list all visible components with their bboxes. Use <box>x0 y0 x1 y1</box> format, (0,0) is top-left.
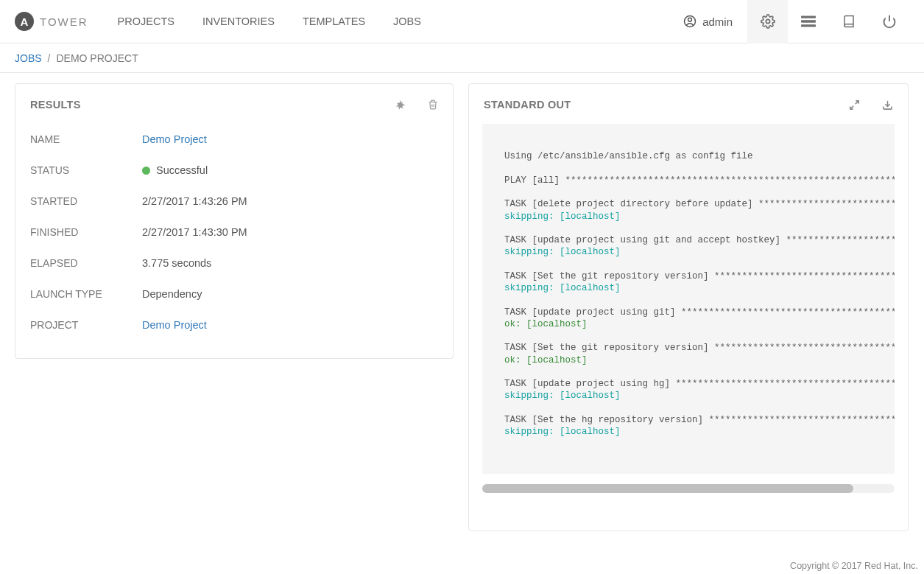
brand-logo: A <box>15 12 34 31</box>
value-started: 2/27/2017 1:43:26 PM <box>142 195 247 207</box>
relaunch-icon[interactable] <box>394 99 406 111</box>
label-finished: FINISHED <box>30 226 142 238</box>
results-table: NAME Demo Project STATUS Successful STAR… <box>15 121 453 358</box>
value-name[interactable]: Demo Project <box>142 133 207 145</box>
label-started: STARTED <box>30 195 142 207</box>
value-elapsed: 3.775 seconds <box>142 257 211 269</box>
row-elapsed: ELAPSED 3.775 seconds <box>30 248 438 279</box>
user-menu[interactable]: admin <box>683 15 733 28</box>
row-name: NAME Demo Project <box>30 124 438 155</box>
svg-point-2 <box>766 19 769 23</box>
nav-templates[interactable]: TEMPLATES <box>303 15 365 27</box>
logout-icon[interactable] <box>869 0 909 43</box>
nav-jobs[interactable]: JOBS <box>393 15 421 27</box>
scroll-thumb[interactable] <box>482 484 853 493</box>
stdout-title: STANDARD OUT <box>484 99 571 111</box>
main-header: A TOWER PROJECTS INVENTORIES TEMPLATES J… <box>0 0 924 43</box>
username: admin <box>702 15 733 28</box>
value-project[interactable]: Demo Project <box>142 319 207 331</box>
svg-rect-5 <box>801 24 816 27</box>
nav-projects[interactable]: PROJECTS <box>118 15 174 27</box>
results-panel: RESULTS NAME Demo Project STATUS Success… <box>15 83 454 359</box>
status-dot-icon <box>142 167 150 175</box>
row-launch-type: LAUNCH TYPE Dependency <box>30 279 438 309</box>
header-right: admin <box>683 0 909 43</box>
value-launch-type: Dependency <box>142 288 202 300</box>
row-started: STARTED 2/27/2017 1:43:26 PM <box>30 186 438 217</box>
stdout-actions <box>849 99 893 111</box>
expand-icon[interactable] <box>849 99 860 111</box>
stdout-panel: STANDARD OUT Using /etc/ansible/ansible.… <box>468 83 909 531</box>
main-nav: PROJECTS INVENTORIES TEMPLATES JOBS <box>118 15 421 27</box>
row-finished: FINISHED 2/27/2017 1:43:30 PM <box>30 217 438 248</box>
value-finished: 2/27/2017 1:43:30 PM <box>142 226 247 238</box>
results-actions <box>394 99 438 111</box>
label-project: PROJECT <box>30 319 142 331</box>
settings-icon[interactable] <box>747 0 788 43</box>
brand[interactable]: A TOWER <box>15 12 88 31</box>
nav-inventories[interactable]: INVENTORIES <box>202 15 275 27</box>
label-status: STATUS <box>30 164 142 176</box>
stdout-hscroll[interactable] <box>482 484 895 493</box>
svg-point-1 <box>688 18 692 21</box>
row-project: PROJECT Demo Project <box>30 309 438 340</box>
value-status: Successful <box>156 164 208 176</box>
row-status: STATUS Successful <box>30 155 438 186</box>
label-launch-type: LAUNCH TYPE <box>30 288 142 300</box>
brand-letter: A <box>21 15 29 28</box>
breadcrumb: JOBS / DEMO PROJECT <box>0 43 924 73</box>
results-title: RESULTS <box>30 99 81 111</box>
portal-icon[interactable] <box>788 0 828 43</box>
brand-name: TOWER <box>40 15 88 28</box>
results-head: RESULTS <box>15 84 453 121</box>
user-icon <box>683 15 696 28</box>
svg-rect-3 <box>801 16 816 18</box>
breadcrumb-parent[interactable]: JOBS <box>15 52 42 64</box>
breadcrumb-current: DEMO PROJECT <box>56 52 138 64</box>
breadcrumb-sep: / <box>48 52 51 64</box>
download-icon[interactable] <box>882 99 893 111</box>
stdout-head: STANDARD OUT <box>469 84 908 121</box>
label-elapsed: ELAPSED <box>30 257 142 269</box>
label-name: NAME <box>30 133 142 145</box>
svg-rect-4 <box>801 20 816 22</box>
stdout-body[interactable]: Using /etc/ansible/ansible.cfg as config… <box>482 124 895 474</box>
docs-icon[interactable] <box>828 0 869 43</box>
delete-icon[interactable] <box>428 99 438 111</box>
content: RESULTS NAME Demo Project STATUS Success… <box>0 73 924 531</box>
